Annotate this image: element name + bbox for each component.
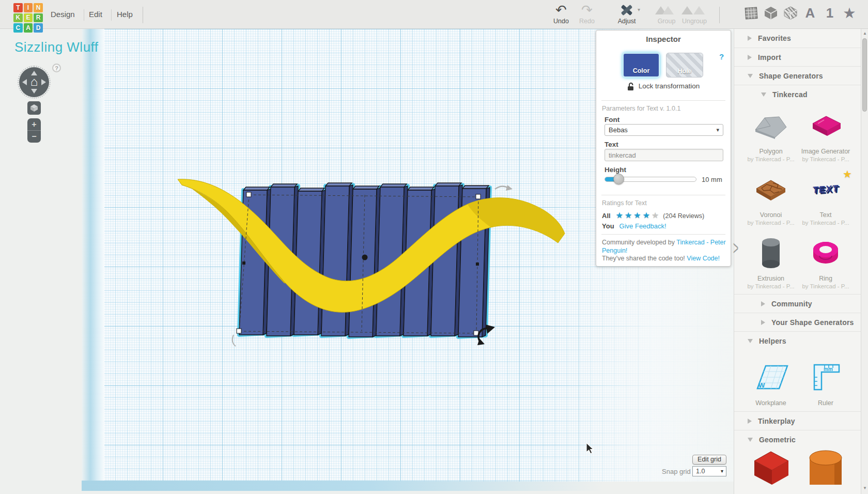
view-code-link[interactable]: View Code!: [687, 255, 720, 262]
sidebar-section-tinkercad[interactable]: Tinkercad: [734, 85, 861, 103]
shapes-sidebar: Favorites Import Shape Generators Tinker…: [734, 29, 861, 494]
sidebar-section-community[interactable]: Community: [734, 294, 861, 313]
sidebar-collapse-chevron-icon[interactable]: >: [733, 237, 739, 260]
scroll-up-icon[interactable]: ▲: [861, 31, 868, 36]
sidebar-section-tinkerplay[interactable]: Tinkerplay: [734, 411, 861, 430]
sidebar-section-favorites[interactable]: Favorites: [734, 29, 861, 48]
height-slider[interactable]: [605, 177, 696, 182]
scroll-down-icon[interactable]: ▼: [861, 486, 868, 490]
zoom-control[interactable]: + −: [27, 118, 41, 143]
adjust-label: Adjust: [612, 18, 641, 25]
sidebar-section-geometric[interactable]: Geometric: [734, 430, 861, 449]
help-button[interactable]: ?: [52, 64, 61, 72]
menu-edit[interactable]: Edit: [89, 0, 102, 29]
color-swatch-button[interactable]: Color: [623, 53, 660, 78]
give-feedback-link[interactable]: Give Feedback!: [619, 222, 667, 230]
group-button[interactable]: Group: [652, 3, 681, 25]
divider: [111, 9, 112, 21]
pan-down-icon[interactable]: [31, 89, 37, 94]
helper-tile-ruler[interactable]: mm Ruler: [798, 355, 853, 407]
zoom-in-button[interactable]: +: [27, 118, 41, 130]
edit-grid-button[interactable]: Edit grid: [692, 455, 726, 465]
text-label: Text: [605, 141, 618, 148]
tile-name: Voronoi: [743, 211, 798, 219]
fit-view-button[interactable]: [27, 101, 41, 115]
font-select-value: Bebas: [609, 126, 628, 134]
sidebar-section-helpers[interactable]: Helpers: [734, 331, 861, 350]
sidebar-section-shape-generators[interactable]: Shape Generators: [734, 66, 861, 85]
logo-cell: C: [13, 23, 23, 33]
hole-swatch-button[interactable]: Hole: [666, 53, 703, 78]
shape-tile-box-partial[interactable]: [743, 449, 798, 485]
section-label: Shape Generators: [759, 72, 823, 80]
undo-button[interactable]: ↶ Undo: [547, 3, 576, 25]
inspector-help-link[interactable]: ?: [719, 52, 724, 61]
height-label: Height: [605, 166, 626, 174]
shape-tile-text[interactable]: ★ TEXT Text by Tinkercad - P...: [798, 167, 853, 226]
tile-name: Polygon: [743, 148, 798, 155]
tinkercad-app: { "app": { "design_title": "Sizzling Wlu…: [0, 0, 868, 494]
snap-grid-caret-icon: ▾: [721, 467, 723, 476]
review-count: (204 Reviews): [663, 212, 704, 220]
shape-tile-voronoi[interactable]: Voronoi by Tinkercad - P...: [743, 167, 798, 226]
favorites-star-button[interactable]: ★: [841, 5, 858, 21]
tile-author: by Tinkercad - P...: [743, 156, 798, 162]
adjust-caret-icon: ▾: [638, 7, 640, 12]
font-select[interactable]: Bebas ▾: [605, 124, 723, 136]
ungroup-button[interactable]: Ungroup: [680, 3, 709, 25]
shape-tile-image-generator[interactable]: Image Generator by Tinkercad - P...: [798, 103, 853, 162]
home-view-icon[interactable]: ⌂: [19, 74, 49, 89]
lock-transformation-row[interactable]: Lock transformation: [596, 82, 731, 90]
shape-tile-polygon[interactable]: Polygon by Tinkercad - P...: [743, 103, 798, 162]
sidebar-scrollbar[interactable]: ▲ ▼: [861, 29, 868, 494]
you-label: You: [602, 222, 614, 230]
expanded-triangle-icon: [761, 92, 766, 97]
star-filled-icon: ★: [633, 211, 642, 220]
zoom-out-button[interactable]: −: [27, 130, 41, 142]
ratings-header: Ratings for Text: [602, 199, 647, 207]
ungroup-label: Ungroup: [680, 18, 709, 25]
tinkercad-logo[interactable]: T I N K E R C A D: [13, 3, 43, 33]
group-label: Group: [652, 18, 681, 25]
shape-tile-ring[interactable]: Ring by Tinkercad - P...: [798, 230, 853, 289]
section-label: Tinkerplay: [758, 417, 795, 425]
workplane-grid-icon: [745, 6, 758, 20]
group-icon: [652, 3, 681, 17]
tile-author: by Tinkercad - P...: [743, 283, 798, 289]
solid-box-button[interactable]: [763, 5, 779, 21]
letter-a-icon: A: [805, 5, 815, 21]
hole-box-button[interactable]: [782, 5, 799, 21]
section-label: Your Shape Generators: [771, 318, 854, 327]
snap-grid-select[interactable]: 1.0 ▾: [692, 466, 726, 476]
divider: [84, 9, 84, 21]
tile-name: Ring: [798, 275, 853, 282]
height-value: 10 mm: [702, 176, 722, 183]
scrollbar-thumb[interactable]: [862, 38, 867, 112]
sidebar-section-your-shape-generators[interactable]: Your Shape Generators: [734, 313, 861, 331]
shape-tile-cylinder-partial[interactable]: [798, 449, 853, 485]
cube-icon: [30, 104, 38, 112]
shape-tile-extrusion[interactable]: Extrusion by Tinkercad - P...: [743, 230, 798, 289]
divider: [601, 234, 725, 235]
show-workplane-button[interactable]: [743, 5, 760, 21]
redo-button[interactable]: ↷ Redo: [572, 3, 601, 25]
sidebar-section-import[interactable]: Import: [734, 48, 861, 66]
text-input[interactable]: [605, 149, 723, 161]
section-label: Helpers: [759, 337, 786, 345]
menu-design[interactable]: Design: [51, 0, 75, 29]
helper-tile-workplane[interactable]: W Workplane: [743, 355, 798, 407]
number-one-icon: 1: [826, 5, 833, 21]
shared-text: They've shared the code too!: [602, 255, 687, 262]
expanded-triangle-icon: [748, 74, 753, 78]
your-rating-row: YouGive Feedback!: [602, 222, 667, 230]
adjust-button[interactable]: ▾ Adjust: [612, 3, 641, 25]
inspector-title: Inspector: [596, 35, 731, 43]
height-slider-knob[interactable]: [613, 174, 624, 184]
menu-help[interactable]: Help: [117, 0, 133, 29]
view-navigation-pad[interactable]: ⌂: [19, 67, 49, 97]
cylinder-shape-icon: [808, 449, 844, 485]
text-tool-button[interactable]: A: [802, 5, 818, 21]
logo-cell: T: [13, 3, 23, 12]
snap-grid-label: Snap grid: [662, 468, 691, 475]
number-tool-button[interactable]: 1: [822, 5, 838, 21]
